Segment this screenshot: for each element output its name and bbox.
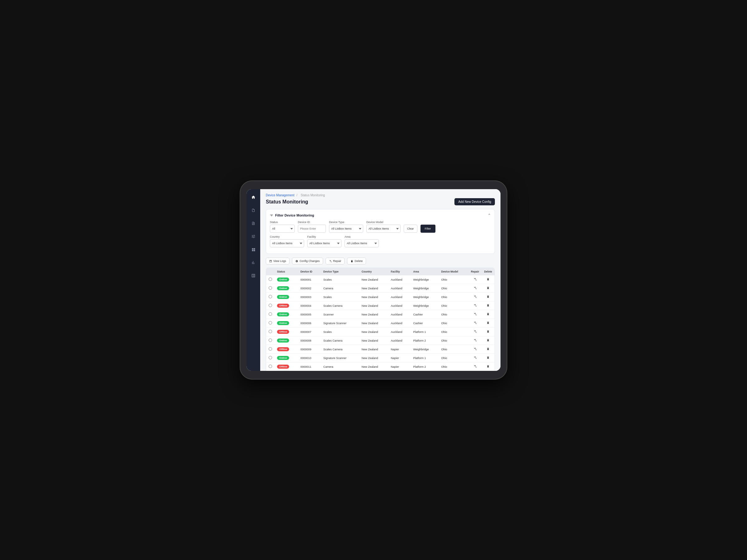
col-device-id: Device ID	[298, 268, 321, 275]
row-radio-cell	[266, 301, 275, 310]
row-area: Platform 2	[411, 336, 439, 345]
delete-icon	[351, 260, 353, 263]
col-area: Area	[411, 268, 439, 275]
row-device-type: Signature Scanner	[321, 354, 359, 363]
row-area: Weighbridge	[411, 345, 439, 354]
row-delete-button[interactable]	[486, 277, 490, 282]
filter-header: Filter Device Monitoring ⌃	[270, 213, 491, 217]
delete-button[interactable]: Delete	[347, 258, 366, 264]
row-status: Online	[275, 336, 298, 345]
filter-title: Filter Device Monitoring	[270, 213, 314, 217]
row-device-model: Ohio	[439, 293, 469, 301]
view-logs-button[interactable]: View Logs	[266, 258, 289, 264]
row-device-id: 0000006	[298, 319, 321, 328]
row-radio[interactable]	[268, 330, 272, 333]
row-radio-cell	[266, 336, 275, 345]
row-repair-button[interactable]	[473, 347, 478, 352]
filter-device-type-select[interactable]: All Listbox Items	[329, 224, 363, 233]
row-area: Cashier	[411, 310, 439, 319]
row-delete-cell	[482, 354, 495, 363]
col-facility: Facility	[388, 268, 411, 275]
breadcrumb-parent[interactable]: Device Management	[266, 193, 294, 197]
row-repair-button[interactable]	[473, 329, 478, 335]
row-delete-cell	[482, 301, 495, 310]
row-facility: Auckland	[388, 336, 411, 345]
row-radio[interactable]	[268, 277, 272, 281]
row-delete-button[interactable]	[486, 294, 490, 300]
row-device-model: Ohio	[439, 336, 469, 345]
row-delete-button[interactable]	[486, 364, 490, 369]
filter-facility-select[interactable]: All Listbox Items	[307, 239, 341, 247]
sidebar-icon-home[interactable]	[249, 193, 258, 202]
row-status: Offline	[275, 363, 298, 371]
sidebar-icon-bar-chart[interactable]	[249, 258, 258, 267]
row-repair-button[interactable]	[473, 320, 478, 326]
row-radio[interactable]	[268, 295, 272, 298]
row-device-type: Camera	[321, 363, 359, 371]
filter-country-select[interactable]: All Listbox Items	[270, 239, 304, 247]
sidebar-icon-sliders[interactable]	[249, 232, 258, 241]
breadcrumb: Device Management / Status Monitoring	[266, 193, 495, 197]
status-badge: Online	[277, 312, 289, 316]
row-repair-button[interactable]	[473, 277, 478, 282]
row-radio[interactable]	[268, 347, 272, 351]
clear-button[interactable]: Clear	[404, 224, 417, 233]
row-delete-button[interactable]	[486, 355, 490, 361]
row-radio[interactable]	[268, 339, 272, 342]
row-radio-cell	[266, 319, 275, 328]
sidebar-icon-file2[interactable]	[249, 219, 258, 228]
row-repair-button[interactable]	[473, 364, 478, 369]
row-delete-cell	[482, 363, 495, 371]
row-repair-cell	[468, 319, 482, 328]
sidebar-icon-grid[interactable]	[249, 245, 258, 254]
table-row: Offline 0000007 Scales New Zealand Auckl…	[266, 328, 495, 336]
config-changes-button[interactable]: Config Changes	[292, 258, 323, 264]
row-device-id: 0000001	[298, 275, 321, 284]
add-device-config-button[interactable]: Add New Device Config	[455, 198, 495, 205]
row-country: New Zealand	[359, 363, 388, 371]
row-delete-button[interactable]	[486, 303, 490, 308]
row-delete-button[interactable]	[486, 329, 490, 335]
filter-area-select[interactable]: All Listbox Items	[344, 239, 379, 247]
row-delete-button[interactable]	[486, 286, 490, 291]
row-device-type: Scales Camera	[321, 301, 359, 310]
row-radio[interactable]	[268, 286, 272, 290]
row-delete-button[interactable]	[486, 347, 490, 352]
row-delete-button[interactable]	[486, 320, 490, 326]
row-status: Online	[275, 319, 298, 328]
row-radio-cell	[266, 284, 275, 293]
row-repair-button[interactable]	[473, 294, 478, 300]
status-badge: Online	[277, 295, 289, 299]
row-repair-button[interactable]	[473, 355, 478, 361]
row-device-id: 0000011	[298, 363, 321, 371]
row-radio[interactable]	[268, 365, 272, 368]
filter-button[interactable]: Filter	[420, 224, 435, 233]
filter-device-id-input[interactable]	[298, 224, 326, 233]
table-row: Online 0000006 Signature Scanner New Zea…	[266, 319, 495, 328]
row-repair-button[interactable]	[473, 312, 478, 317]
filter-collapse-icon[interactable]: ⌃	[488, 213, 491, 217]
row-device-model: Ohio	[439, 284, 469, 293]
row-delete-button[interactable]	[486, 312, 490, 317]
filter-device-model-select[interactable]: All Listbox Items	[366, 224, 401, 233]
row-device-id: 0000002	[298, 284, 321, 293]
repair-button[interactable]: Repair	[326, 258, 345, 264]
row-radio[interactable]	[268, 356, 272, 359]
row-radio[interactable]	[268, 312, 272, 316]
row-delete-button[interactable]	[486, 338, 490, 343]
sidebar-icon-table[interactable]	[249, 271, 258, 280]
filter-area-label: Area	[344, 235, 379, 238]
row-repair-button[interactable]	[473, 338, 478, 343]
row-radio[interactable]	[268, 321, 272, 324]
row-device-model: Ohio	[439, 319, 469, 328]
row-repair-button[interactable]	[473, 286, 478, 291]
sidebar-icon-file1[interactable]	[249, 206, 258, 215]
filter-status-select[interactable]: All	[270, 224, 295, 233]
row-country: New Zealand	[359, 336, 388, 345]
filter-device-type-label: Device Type	[329, 220, 363, 224]
row-repair-cell	[468, 354, 482, 363]
filter-device-model-field: Device Model All Listbox Items	[366, 220, 401, 233]
row-repair-button[interactable]	[473, 303, 478, 308]
row-radio[interactable]	[268, 304, 272, 307]
row-facility: Auckland	[388, 328, 411, 336]
